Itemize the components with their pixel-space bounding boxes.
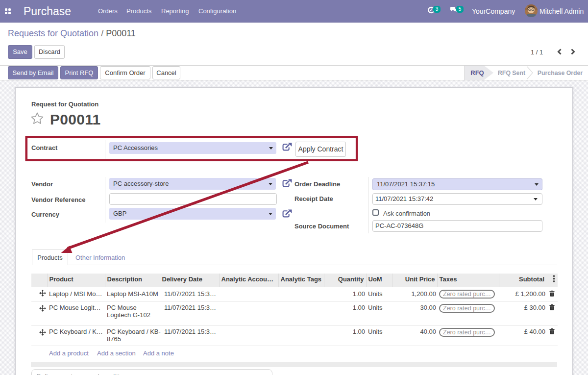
svg-text:Purchase Order: Purchase Order <box>538 70 583 76</box>
svg-text:RFQ: RFQ <box>470 69 484 76</box>
svg-text:RFQ Sent: RFQ Sent <box>498 70 525 76</box>
